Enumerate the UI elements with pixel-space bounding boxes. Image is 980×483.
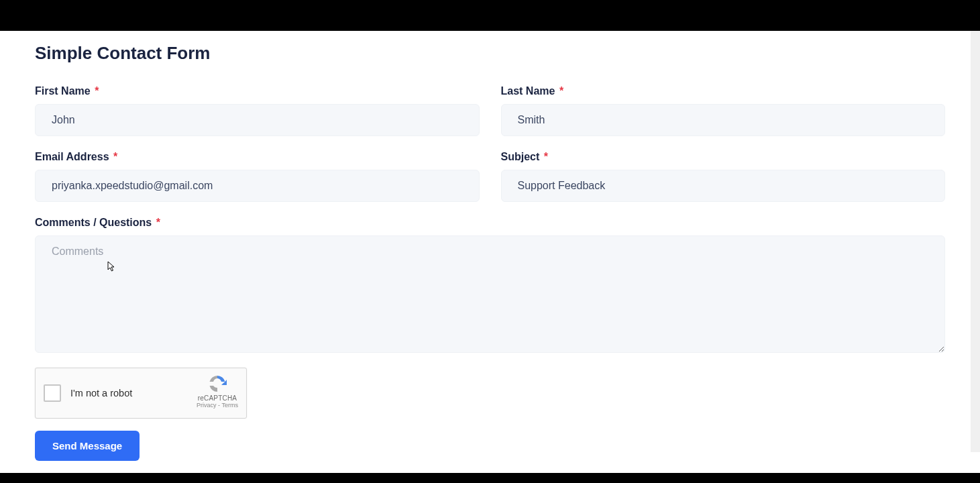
field-subject: Subject * xyxy=(501,151,946,202)
email-label: Email Address * xyxy=(35,151,480,163)
subject-label-text: Subject xyxy=(501,151,540,162)
recaptcha-icon xyxy=(207,374,228,394)
required-mark: * xyxy=(544,151,548,162)
last-name-label: Last Name * xyxy=(501,85,946,97)
page-title: Simple Contact Form xyxy=(35,43,945,64)
recaptcha-checkbox[interactable] xyxy=(44,384,61,402)
required-mark: * xyxy=(113,151,117,162)
page-content: Simple Contact Form First Name * Last Na… xyxy=(0,31,980,473)
subject-input[interactable] xyxy=(501,170,946,202)
email-label-text: Email Address xyxy=(35,151,109,162)
recaptcha-brand: reCAPTCHA Privacy - Terms xyxy=(195,374,239,409)
row-name: First Name * Last Name * xyxy=(35,85,945,136)
last-name-label-text: Last Name xyxy=(501,85,555,97)
required-mark: * xyxy=(95,85,99,97)
comments-label: Comments / Questions * xyxy=(35,217,945,229)
field-email: Email Address * xyxy=(35,151,480,202)
field-comments: Comments / Questions * xyxy=(35,217,945,353)
row-email-subject: Email Address * Subject * xyxy=(35,151,945,202)
recaptcha-label: I'm not a robot xyxy=(70,388,132,398)
comments-textarea[interactable] xyxy=(35,235,945,353)
send-message-button[interactable]: Send Message xyxy=(35,431,140,461)
recaptcha-brand-links: Privacy - Terms xyxy=(195,402,239,409)
vertical-scrollbar[interactable] xyxy=(971,31,980,452)
recaptcha-brand-name: reCAPTCHA xyxy=(195,394,239,402)
last-name-input[interactable] xyxy=(501,104,946,136)
recaptcha-widget[interactable]: I'm not a robot reCAPTCHA Privacy - Term… xyxy=(35,368,247,419)
first-name-label-text: First Name xyxy=(35,85,91,97)
required-mark: * xyxy=(559,85,563,97)
comments-label-text: Comments / Questions xyxy=(35,217,152,228)
top-black-bar xyxy=(0,0,980,31)
first-name-label: First Name * xyxy=(35,85,480,97)
first-name-input[interactable] xyxy=(35,104,480,136)
required-mark: * xyxy=(156,217,160,228)
row-comments: Comments / Questions * xyxy=(35,217,945,353)
subject-label: Subject * xyxy=(501,151,946,163)
email-input[interactable] xyxy=(35,170,480,202)
field-first-name: First Name * xyxy=(35,85,480,136)
bottom-black-bar xyxy=(0,473,980,483)
field-last-name: Last Name * xyxy=(501,85,946,136)
